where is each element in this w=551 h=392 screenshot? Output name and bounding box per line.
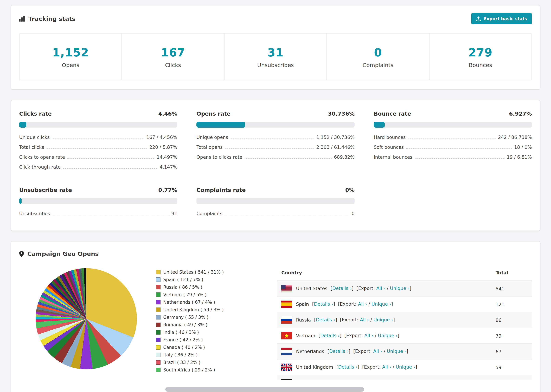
geo-table-row-united-states: United States [Details ›] [Export: All ›… [277,281,532,296]
export-unique-link[interactable]: Unique › [372,301,391,307]
horizontal-scrollbar-thumb[interactable] [165,387,364,392]
stat-value: 167 [122,46,224,59]
details-link[interactable]: Details › [332,286,352,291]
country-links: [Details ›] [Export: All › / Unique ›] [318,333,399,338]
legend-label: Italy ( 36 / 2% ) [163,352,198,357]
export-unique-link[interactable]: Unique › [373,317,393,322]
metric-label: Unique clicks [19,134,50,140]
metric-value: 167 / 4.456% [146,134,177,140]
slash: / [369,317,373,322]
stat-label: Opens [20,62,122,68]
progress-bar-track [197,122,354,128]
legend-item-canada: Canada ( 40 / 2% ) [156,345,244,350]
export-all-link[interactable]: All › [376,286,385,291]
metric-value: 18 / 0% [514,144,532,150]
progress-bar-fill [197,122,245,128]
export-unique-link[interactable]: Unique › [387,348,406,354]
country-total: 55 [491,375,532,380]
country-name: Spain [296,301,311,307]
rate-value: 0% [345,187,354,193]
details-link[interactable]: Details › [314,301,333,307]
metric-row: Internal bounces19 / 6.81% [374,154,532,160]
geo-opens-pie-chart [35,268,137,369]
metric-label: Click through rate [19,164,61,170]
bracket: [ [327,348,329,354]
bracket: ] [397,333,399,338]
geo-opens-header: Campaign Geo Opens [11,241,540,257]
metric-value: 31 [171,211,177,216]
export-basic-stats-button[interactable]: Export basic stats [471,13,532,24]
export-unique-link[interactable]: Unique › [396,364,415,370]
legend-label: Germany ( 55 / 3% ) [163,315,208,320]
geo-opens-table: Country Total United States [Details ›] … [277,265,532,380]
legend-swatch [156,270,161,274]
summary-stat-bounces: 279Bounces [429,34,531,80]
metric-label: Soft bounces [374,144,404,150]
export-all-link[interactable]: All › [373,348,382,354]
legend-item-romania: Romania ( 49 / 3% ) [156,322,244,327]
rates-grid: Clicks rate4.46%Unique clicks167 / 4.456… [19,111,532,216]
dotted-leader [225,215,349,215]
metric-value: 220 / 5.87% [149,144,177,150]
legend-label: Vietnam ( 79 / 5% ) [163,292,206,297]
legend-item-italy: Italy ( 36 / 2% ) [156,352,244,357]
metric-row: Total clicks220 / 5.87% [19,144,177,150]
country-total: 86 [491,312,532,328]
country-cell: Vietnam [Details ›] [Export: All › / Uni… [277,328,491,343]
page: Tracking stats Export basic stats 1,152O… [0,0,551,392]
pie-legend: United States ( 541 / 31% )Spain ( 121 /… [156,270,244,372]
progress-bar-track [19,122,177,128]
legend-label: Brazil ( 33 / 2% ) [163,360,200,365]
dotted-leader [415,158,504,159]
bracket: [ [318,333,320,338]
export-label: Export: [346,333,364,338]
legend-label: Russia ( 86 / 5% ) [163,285,202,290]
metric-label: Clicks to opens rate [19,154,65,160]
legend-swatch [156,368,161,372]
export-unique-link[interactable]: Unique › [390,286,410,291]
details-link[interactable]: Details › [329,348,349,354]
country-links: [Details ›] [Export: All › / Unique ›] [330,286,411,291]
flag-icon-es [281,301,292,308]
legend-swatch [156,338,161,342]
metric-value: 19 / 6.81% [507,154,532,160]
bracket: ] [ [349,348,355,354]
country-cell: Russia [Details ›] [Export: All › / Uniq… [277,312,491,328]
legend-swatch [156,300,161,304]
country-total: 67 [491,343,532,359]
country-total: 79 [491,328,532,343]
export-unique-link[interactable]: Unique › [378,333,397,338]
export-all-link[interactable]: All › [360,317,369,322]
summary-stat-complaints: 0Complaints [327,34,429,80]
export-icon [476,16,481,21]
legend-item-spain: Spain ( 121 / 7% ) [156,277,244,282]
export-label: Export: [355,348,373,354]
rate-value: 6.927% [509,111,532,117]
legend-swatch [156,308,161,312]
export-button-label: Export basic stats [484,16,527,21]
legend-swatch [156,353,161,357]
metric-label: Unique opens [197,134,228,140]
legend-item-south-africa: South Africa ( 29 / 2% ) [156,367,244,372]
export-all-link[interactable]: All › [382,364,391,370]
slash: / [367,301,372,307]
details-link[interactable]: Details › [316,317,335,322]
export-all-link[interactable]: All › [364,333,373,338]
legend-item-vietnam: Vietnam ( 79 / 5% ) [156,292,244,297]
metric-label: Total opens [197,144,223,150]
stat-value: 1,152 [20,46,122,59]
geo-table-header-row: Country Total [277,265,532,281]
bracket: ] [ [340,333,346,338]
geo-table-row-spain: Spain [Details ›] [Export: All › / Uniqu… [277,296,532,312]
country-name: Netherlands [296,348,326,354]
export-label: Export: [342,317,360,322]
details-link[interactable]: Details › [338,364,357,370]
metric-row: Opens to clicks rate689.82% [197,154,354,160]
geo-table-row-russia: Russia [Details ›] [Export: All › / Uniq… [277,312,532,328]
details-link[interactable]: Details › [320,333,340,338]
rate-title: Bounce rate [374,111,411,117]
legend-label: India ( 46 / 3% ) [163,330,199,335]
country-name: United Kingdom [296,364,335,370]
export-all-link[interactable]: All › [358,301,367,307]
legend-label: Canada ( 40 / 2% ) [163,345,205,350]
